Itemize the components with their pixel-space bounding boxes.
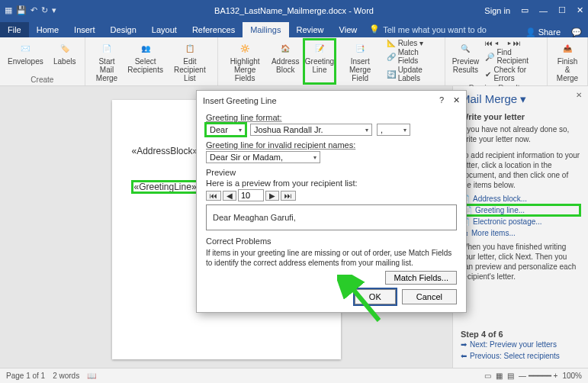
pane-heading: Write your letter — [461, 112, 580, 121]
ribbon-options-icon[interactable]: ▭ — [521, 5, 529, 15]
correct-label: Correct Problems — [206, 237, 272, 246]
envelopes-button[interactable]: ✉️Envelopes — [5, 39, 47, 67]
tab-review[interactable]: Review — [289, 22, 332, 37]
preview-results-button[interactable]: 🔍Preview Results — [450, 39, 480, 82]
document-title: BA132_LastName_Mailmerge.docx - Word — [214, 6, 374, 15]
signin-link[interactable]: Sign in — [484, 6, 510, 15]
pane-next-link[interactable]: ➡ Next: Preview your letters — [461, 339, 580, 350]
labels-button[interactable]: 🏷️Labels — [50, 39, 80, 67]
pane-text-1: If you have not already done so, write y… — [461, 124, 580, 144]
tab-references[interactable]: References — [185, 22, 243, 37]
zoom-level[interactable]: 100% — [562, 372, 582, 380]
rules-button[interactable]: 📐 Rules ▾ — [385, 39, 441, 47]
match-fields-button[interactable]: 🔗 Match Fields — [385, 48, 441, 65]
dialog-close-icon[interactable]: ✕ — [453, 95, 460, 105]
name-format-select[interactable]: Joshua Randall Jr.▾ — [250, 124, 372, 136]
pane-step: Step 4 of 6 — [461, 330, 503, 339]
preview-box: Dear Meaghan Garufi, — [206, 204, 457, 230]
view-web-icon[interactable]: ▤ — [507, 372, 514, 380]
tab-home[interactable]: Home — [29, 22, 66, 37]
status-page[interactable]: Page 1 of 1 — [6, 372, 45, 380]
close-icon[interactable]: ✕ — [577, 5, 583, 15]
pane-close-icon[interactable]: ✕ — [576, 91, 582, 99]
select-recipients-button[interactable]: 👥Select Recipients — [127, 39, 164, 84]
next-record-button[interactable]: ▶ — [265, 191, 279, 201]
prev-record-button[interactable]: ◀ — [223, 191, 236, 201]
address-block-button[interactable]: 🏠Address Block — [270, 39, 300, 84]
mail-merge-pane: ✕ Mail Merge ▾ Write your letter If you … — [452, 86, 588, 368]
punct-select[interactable]: ,▾ — [377, 124, 410, 136]
finish-merge-button[interactable]: 📤Finish & Merge — [552, 39, 583, 84]
preview-label: Preview — [206, 168, 236, 177]
tab-design[interactable]: Design — [103, 22, 144, 37]
undo-icon[interactable]: ↶ — [31, 5, 37, 15]
insert-merge-field-button[interactable]: 📑Insert Merge Field — [339, 39, 382, 84]
status-words[interactable]: 2 words — [53, 372, 79, 380]
pane-electronic-postage-link[interactable]: 📄 Electronic postage... — [461, 216, 580, 227]
title-bar: ▦ 💾 ↶ ↻ ▾ BA132_LastName_Mailmerge.docx … — [0, 0, 588, 21]
record-index-input[interactable] — [238, 189, 264, 201]
maximize-icon[interactable]: ☐ — [558, 5, 566, 15]
greeting-line-field[interactable]: «GreetingLine» — [132, 181, 199, 193]
qat-more-icon[interactable]: ▾ — [52, 5, 56, 15]
tab-file[interactable]: File — [0, 22, 29, 37]
salutation-select[interactable]: Dear▾ — [206, 124, 246, 136]
check-errors-button[interactable]: ✔ Check for Errors — [484, 66, 542, 82]
tab-mailings[interactable]: Mailings — [243, 22, 288, 37]
redo-icon[interactable]: ↻ — [41, 5, 48, 15]
tell-me[interactable]: 💡 Tell me what you want to do — [369, 21, 487, 37]
group-create: Create — [5, 74, 80, 85]
ribbon: ✉️Envelopes 🏷️Labels Create 📄Start Mail … — [0, 37, 588, 86]
edit-recipient-list-button[interactable]: 📋Edit Recipient List — [167, 39, 213, 84]
word-icon: ▦ — [5, 5, 12, 15]
dialog-title: Insert Greeting Line — [203, 96, 277, 105]
status-bar: Page 1 of 1 2 words 📖 ▭ ▦ ▤ — ━━━━━ + 10… — [0, 368, 588, 383]
tab-view[interactable]: View — [332, 22, 365, 37]
cancel-button[interactable]: Cancel — [402, 289, 457, 304]
dialog-help-icon[interactable]: ? — [439, 95, 444, 105]
highlight-merge-fields-button[interactable]: 🔆Highlight Merge Fields — [223, 39, 267, 84]
start-mail-merge-button[interactable]: 📄Start Mail Merge — [90, 39, 124, 84]
view-read-icon[interactable]: ▭ — [484, 372, 491, 380]
preview-hint: Here is a preview from your recipient li… — [206, 179, 457, 188]
pane-prev-link[interactable]: ⬅ Previous: Select recipients — [461, 350, 580, 362]
ok-button[interactable]: OK — [355, 289, 396, 304]
greeting-line-button[interactable]: 📝Greeting Line — [304, 39, 335, 84]
last-record-button[interactable]: ⏭ — [281, 191, 296, 201]
share-button[interactable]: 👤 Share — [525, 27, 561, 37]
view-print-icon[interactable]: ▦ — [496, 372, 503, 380]
pane-greeting-line-link[interactable]: 📄 Greeting line... — [461, 204, 580, 216]
invalid-select[interactable]: Dear Sir or Madam,▾ — [206, 151, 320, 163]
comments-icon[interactable]: 💬 — [571, 27, 582, 37]
pane-text-2: To add recipient information to your let… — [461, 150, 580, 190]
record-nav[interactable]: ⏮ ◀ ▶ ⏭ — [484, 39, 542, 47]
tab-layout[interactable]: Layout — [144, 22, 185, 37]
pane-more-items-link[interactable]: 🗂 More items... — [461, 227, 580, 239]
format-label: Greeting line format: — [206, 113, 282, 122]
minimize-icon[interactable]: — — [539, 6, 548, 15]
update-labels-button[interactable]: 🔄 Update Labels — [385, 66, 441, 82]
proofing-icon[interactable]: 📖 — [87, 372, 96, 380]
correct-text: If items in your greeting line are missi… — [206, 248, 457, 268]
first-record-button[interactable]: ⏮ — [206, 191, 221, 201]
save-icon[interactable]: 💾 — [16, 5, 27, 15]
invalid-label: Greeting line for invalid recipient name… — [206, 140, 355, 150]
pane-address-block-link[interactable]: 📄 Address block... — [461, 193, 580, 204]
tab-insert[interactable]: Insert — [66, 22, 103, 37]
match-fields-dialog-button[interactable]: Match Fields... — [385, 271, 457, 285]
pane-text-3: When you have finished writing your lett… — [461, 242, 580, 282]
pane-title: Mail Merge ▾ — [461, 92, 580, 106]
find-recipient-button[interactable]: 🔎 Find Recipient — [484, 48, 542, 65]
ribbon-tabs: File Home Insert Design Layout Reference… — [0, 21, 588, 37]
insert-greeting-line-dialog: Insert Greeting Line ? ✕ Greeting line f… — [196, 90, 467, 313]
